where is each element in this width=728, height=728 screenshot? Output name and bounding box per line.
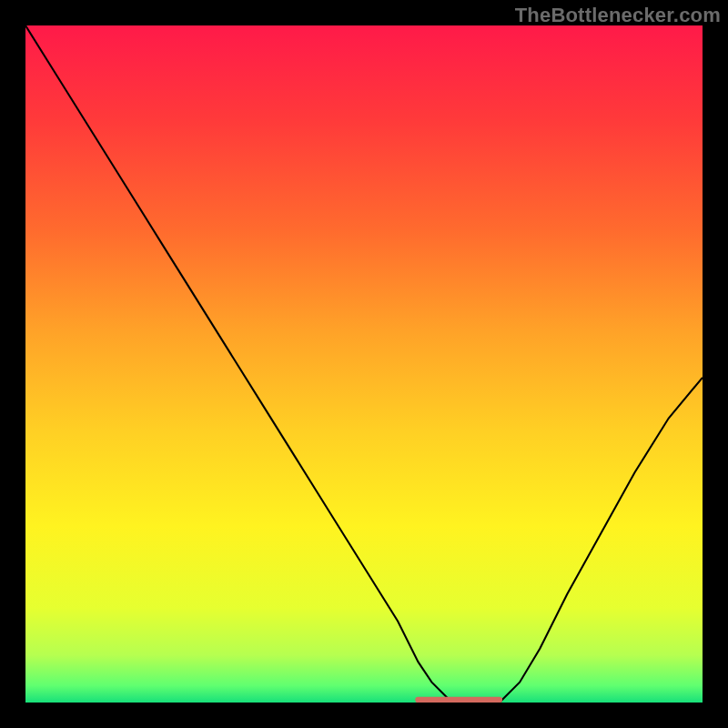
bottleneck-curve [25,25,703,703]
chart-frame: TheBottlenecker.com [0,0,728,728]
watermark-text: TheBottlenecker.com [515,4,721,27]
plot-area [25,25,703,703]
